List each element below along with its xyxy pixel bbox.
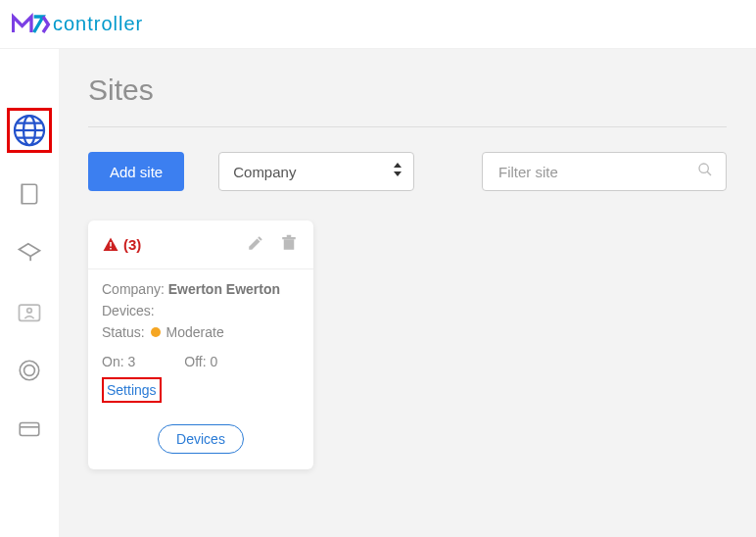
site-card: (3) Company:	[88, 220, 313, 469]
on-value: 3	[127, 354, 135, 369]
card-header: (3)	[88, 220, 313, 269]
sidebar-item-circle[interactable]	[12, 353, 47, 388]
toolbar: Add site Company	[88, 152, 727, 191]
devices-button[interactable]: Devices	[158, 424, 244, 454]
brand-name: controller	[53, 13, 143, 35]
svg-rect-11	[110, 242, 112, 247]
edit-button[interactable]	[245, 232, 266, 257]
status-dot-icon	[151, 327, 161, 337]
off-value: 0	[210, 354, 217, 369]
status-label: Status:	[102, 324, 145, 340]
svg-point-5	[20, 361, 39, 380]
company-label: Company:	[102, 281, 165, 297]
status-value: Moderate	[166, 324, 224, 340]
sidebar-item-ticket[interactable]	[12, 235, 47, 270]
sidebar-item-id[interactable]	[12, 294, 47, 329]
on-label: On:	[102, 354, 124, 369]
divider	[88, 126, 727, 127]
search-icon	[697, 162, 713, 181]
card-footer: Devices	[88, 418, 313, 469]
svg-point-9	[699, 164, 708, 172]
delete-button[interactable]	[278, 232, 300, 257]
add-site-button[interactable]: Add site	[88, 152, 184, 191]
page-title: Sites	[88, 73, 727, 107]
pencil-icon	[247, 234, 264, 252]
ticket-icon	[16, 239, 43, 267]
credit-card-icon	[17, 416, 42, 442]
devices-label: Devices:	[102, 303, 155, 318]
warning-icon	[102, 236, 119, 254]
app-header: controller	[0, 0, 756, 49]
alert-badge[interactable]: (3)	[102, 236, 141, 254]
company-value: Ewerton Ewerton	[168, 281, 280, 297]
svg-point-4	[27, 309, 32, 314]
card-body: Company: Ewerton Ewerton Devices: Status…	[88, 269, 313, 418]
globe-icon	[12, 113, 47, 148]
svg-rect-14	[282, 237, 296, 239]
svg-point-6	[24, 366, 35, 376]
circle-icon	[17, 358, 42, 383]
trash-icon	[280, 234, 298, 252]
sidebar-item-book[interactable]	[12, 176, 47, 212]
group-by-select[interactable]: Company	[218, 152, 414, 191]
svg-line-10	[707, 171, 711, 175]
book-icon	[17, 181, 42, 207]
svg-rect-12	[110, 248, 112, 250]
off-label: Off:	[184, 354, 206, 369]
sidebar-item-sites[interactable]	[7, 108, 52, 153]
svg-rect-13	[284, 239, 295, 250]
svg-rect-15	[287, 235, 292, 237]
logo-mark-icon	[12, 10, 51, 39]
main-content: Sites Add site Company	[59, 49, 756, 537]
filter-input[interactable]	[482, 152, 727, 191]
svg-rect-7	[20, 423, 39, 436]
sidebar	[0, 49, 59, 537]
id-card-icon	[16, 298, 43, 325]
brand-logo[interactable]: controller	[12, 10, 143, 39]
settings-link[interactable]: Settings	[104, 380, 160, 400]
sidebar-item-card[interactable]	[12, 412, 47, 447]
alert-count: (3)	[123, 236, 141, 253]
